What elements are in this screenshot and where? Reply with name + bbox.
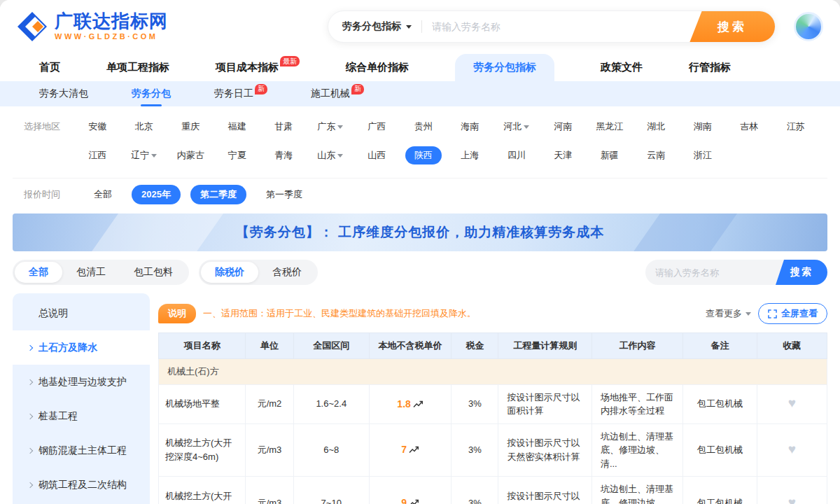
region-item-label: 山东 <box>317 146 335 164</box>
subnav-item-label: 劳务大清包 <box>39 88 88 100</box>
nav-item-label: 政策文件 <box>601 61 643 74</box>
header-search-input[interactable] <box>422 21 690 32</box>
region-item[interactable]: 天津 <box>540 146 587 164</box>
filter-pill[interactable]: 含税价 <box>258 262 316 283</box>
heart-icon[interactable]: ♥ <box>788 396 796 410</box>
heart-icon[interactable]: ♥ <box>788 495 796 504</box>
region-item[interactable]: 上海 <box>447 146 493 164</box>
nav-item[interactable]: 综合单价指标 <box>346 54 409 81</box>
nav-item[interactable]: 首页 <box>39 54 60 81</box>
region-item[interactable]: 辽宁 <box>121 146 168 164</box>
sidebar-item[interactable]: 地基处理与边坡支护 <box>13 365 150 399</box>
nav-item[interactable]: 劳务分包指标 <box>455 54 554 81</box>
filter-pill[interactable]: 除税价 <box>201 262 258 283</box>
fullscreen-button[interactable]: 全屏查看 <box>758 303 827 324</box>
region-list-row1: 安徽北京重庆福建甘肃广东广西贵州海南河北河南黑龙江湖北湖南吉林江苏 <box>74 118 827 136</box>
user-avatar[interactable] <box>794 12 823 41</box>
region-item[interactable]: 湖南 <box>680 118 727 136</box>
heart-icon[interactable]: ♥ <box>788 442 796 456</box>
region-filter-label: 选择地区 <box>24 120 74 133</box>
sidebar-item[interactable]: 桩基工程 <box>13 399 150 433</box>
region-item[interactable]: 陕西 <box>400 146 447 164</box>
region-item[interactable]: 贵州 <box>400 118 447 136</box>
region-item[interactable]: 新疆 <box>587 146 634 164</box>
region-item-label: 云南 <box>647 146 665 164</box>
region-item[interactable]: 重庆 <box>167 118 214 136</box>
region-item[interactable]: 江西 <box>74 146 121 164</box>
filter-pill[interactable]: 全部 <box>15 262 62 283</box>
region-item[interactable]: 青海 <box>260 146 307 164</box>
search-category-dropdown[interactable]: 劳务分包指标 <box>328 20 421 33</box>
region-item[interactable]: 安徽 <box>74 118 121 136</box>
subnav-item[interactable]: 劳务分包 <box>132 81 171 106</box>
region-item-label: 吉林 <box>740 118 758 136</box>
region-item[interactable]: 黑龙江 <box>587 118 634 136</box>
region-item[interactable]: 吉林 <box>726 118 773 136</box>
price-table: 项目名称单位全国区间本地不含税单价税金工程量计算规则工作内容备注收藏 机械土(石… <box>158 332 827 504</box>
region-item[interactable]: 四川 <box>493 146 540 164</box>
sidebar-item[interactable]: 土石方及降水 <box>13 330 150 365</box>
subnav-item[interactable]: 劳务大清包 <box>39 81 88 106</box>
region-item[interactable]: 广东 <box>307 118 354 136</box>
region-item-label: 青海 <box>274 146 293 164</box>
quote-time-option[interactable]: 2025年 <box>132 185 181 204</box>
nav-item[interactable]: 项目成本指标最新 <box>216 54 300 81</box>
sidebar-item[interactable]: 钢筋混凝土主体工程 <box>13 433 150 468</box>
sidebar-item-label: 总说明 <box>38 307 68 320</box>
nav-item[interactable]: 行管指标 <box>689 54 731 81</box>
chevron-down-icon <box>337 125 343 129</box>
notice-badge: 说明 <box>158 304 196 323</box>
search-category-label: 劳务分包指标 <box>342 20 401 33</box>
filter-pill[interactable]: 包工包料 <box>120 262 187 283</box>
region-item[interactable]: 宁夏 <box>214 146 261 164</box>
region-item[interactable]: 浙江 <box>680 146 727 164</box>
table-row: 机械场地平整元/m21.6~2.41.83%按设计图示尺寸以面积计算场地推平、工… <box>159 384 827 424</box>
region-item[interactable]: 山西 <box>354 146 400 164</box>
region-item[interactable]: 福建 <box>214 118 261 136</box>
region-item-label: 广西 <box>368 118 386 136</box>
list-search-bar: 搜索 <box>645 260 827 285</box>
region-item[interactable]: 云南 <box>633 146 680 164</box>
region-item[interactable]: 江苏 <box>773 118 820 136</box>
subnav-item[interactable]: 劳务日工新 <box>214 81 267 106</box>
notice-row: 说明 一、适用范围：适用于工业、民建类型建筑的基础开挖回填及降水。 查看更多 全… <box>158 303 827 324</box>
region-item-label: 甘肃 <box>274 118 293 136</box>
table-header-row: 项目名称单位全国区间本地不含税单价税金工程量计算规则工作内容备注收藏 <box>159 333 827 359</box>
filter-pill[interactable]: 包清工 <box>62 262 120 283</box>
sidebar-item[interactable]: 砌筑工程及二次结构 <box>13 468 150 502</box>
region-item-label: 贵州 <box>414 118 433 136</box>
content-area: 说明 一、适用范围：适用于工业、民建类型建筑的基础开挖回填及降水。 查看更多 全… <box>158 293 827 504</box>
region-item[interactable]: 河北 <box>493 118 540 136</box>
work-content-cell: 坑边刨土、清理基底、修理边坡、清... <box>592 477 682 504</box>
region-item[interactable]: 北京 <box>121 118 168 136</box>
list-search-input[interactable] <box>645 267 776 278</box>
trend-up-icon <box>413 400 424 408</box>
region-item[interactable]: 山东 <box>307 146 354 164</box>
site-logo[interactable]: 广联达指标网 WWW·GLDZB·COM <box>17 11 168 42</box>
nav-item[interactable]: 单项工程指标 <box>106 54 169 81</box>
region-item[interactable]: 海南 <box>447 118 493 136</box>
calc-rule-cell: 按设计图示尺寸以天然密实体积计算 <box>498 477 592 504</box>
view-more-link[interactable]: 查看更多 <box>706 307 751 320</box>
quote-time-option[interactable]: 全部 <box>84 185 122 204</box>
list-search-button[interactable]: 搜索 <box>776 260 827 285</box>
region-item[interactable]: 内蒙古 <box>167 146 214 164</box>
main-nav: 首页单项工程指标项目成本指标最新综合单价指标劳务分包指标政策文件行管指标 <box>0 53 840 81</box>
unit-cell: 元/m3 <box>246 477 293 504</box>
table-section-row: 机械土(石)方 <box>159 359 827 385</box>
region-item[interactable]: 广西 <box>354 118 400 136</box>
quote-time-option[interactable]: 第一季度 <box>256 185 312 204</box>
chevron-right-icon <box>27 379 33 384</box>
subnav-item[interactable]: 施工机械新 <box>311 81 364 106</box>
header-search-button[interactable]: 搜索 <box>690 10 775 43</box>
region-item[interactable]: 湖北 <box>633 118 680 136</box>
item-name-cell: 机械挖土方(大开挖深度6m以上) <box>159 477 246 504</box>
quote-time-option[interactable]: 第二季度 <box>190 185 246 204</box>
chevron-right-icon <box>27 413 33 419</box>
sidebar-item[interactable]: 总说明 <box>13 296 150 330</box>
region-item[interactable]: 河南 <box>540 118 587 136</box>
region-list-row2: 江西辽宁内蒙古宁夏青海山东山西陕西上海四川天津新疆云南浙江 <box>74 146 827 164</box>
nav-item[interactable]: 政策文件 <box>601 54 643 81</box>
region-item[interactable]: 甘肃 <box>260 118 307 136</box>
region-item-label: 河北 <box>503 118 522 136</box>
